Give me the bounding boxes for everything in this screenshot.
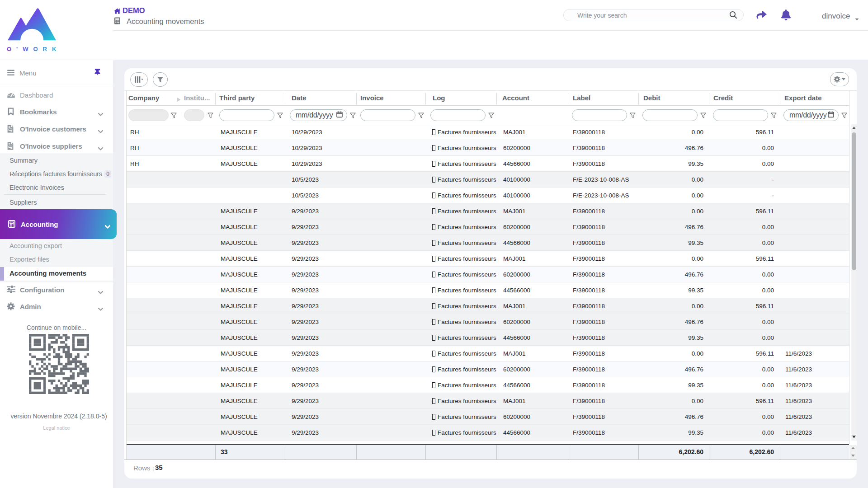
svg-text:O'WORK: O'WORK (7, 46, 61, 52)
